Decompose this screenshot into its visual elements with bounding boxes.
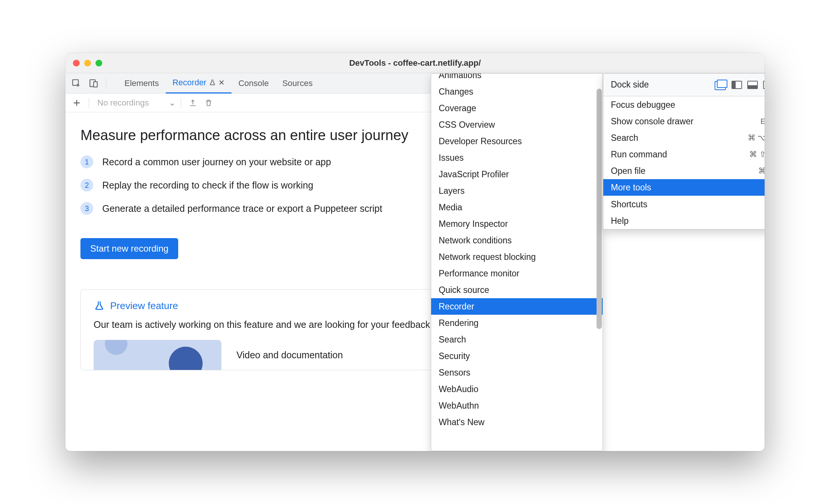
tab-label: Recorder xyxy=(173,78,206,88)
delete-icon[interactable] xyxy=(202,97,215,109)
new-recording-icon[interactable] xyxy=(70,96,83,110)
window-title: DevTools - coffee-cart.netlify.app/ xyxy=(65,58,765,68)
device-toggle-icon[interactable] xyxy=(86,76,101,91)
start-recording-button[interactable]: Start new recording xyxy=(80,238,178,259)
main-menu-item[interactable]: Help▶ xyxy=(603,213,765,229)
more-tools-item[interactable]: Changes xyxy=(431,83,603,100)
menu-item-label: Run command xyxy=(611,149,667,160)
dock-popout-icon[interactable] xyxy=(717,80,727,88)
more-tools-item[interactable]: Animations xyxy=(431,74,603,83)
close-tab-icon[interactable]: ✕ xyxy=(218,78,225,87)
tab-label: Console xyxy=(238,78,269,88)
more-tools-item[interactable]: Memory Inspector xyxy=(431,216,603,232)
menu-item-shortcut: ⌘ P xyxy=(758,166,765,175)
svg-rect-2 xyxy=(94,81,97,87)
dock-bottom-icon[interactable] xyxy=(747,81,758,89)
main-menu-item[interactable]: Open file⌘ P xyxy=(603,163,765,179)
menu-item-label: Recorder xyxy=(439,302,474,312)
step-text: Generate a detailed performance trace or… xyxy=(102,203,382,214)
step-text: Replay the recording to check if the flo… xyxy=(102,180,313,191)
more-tools-item[interactable]: WebAudio xyxy=(431,381,603,397)
preview-feature-label: Preview feature xyxy=(110,300,178,312)
menu-item-shortcut: Esc xyxy=(760,117,765,126)
tab-label: Elements xyxy=(124,78,159,88)
step-number-badge: 1 xyxy=(80,155,93,168)
main-menu-item[interactable]: Shortcuts xyxy=(603,196,765,213)
menu-item-label: WebAuthn xyxy=(439,401,479,411)
menu-item-label: JavaScript Profiler xyxy=(439,169,509,180)
more-tools-item[interactable]: Quick source xyxy=(431,282,603,298)
more-tools-item[interactable]: Rendering xyxy=(431,315,603,331)
inspect-element-icon[interactable] xyxy=(69,76,83,91)
minimize-window-button[interactable] xyxy=(84,60,91,66)
zoom-window-button[interactable] xyxy=(95,60,102,66)
recordings-placeholder: No recordings xyxy=(97,98,149,107)
more-tools-item[interactable]: Recorder xyxy=(431,298,603,315)
more-tools-item[interactable]: Performance monitor xyxy=(431,265,603,282)
recordings-dropdown[interactable]: No recordings xyxy=(94,98,166,108)
more-tools-item[interactable]: Security xyxy=(431,348,603,364)
menu-item-label: Network request blocking xyxy=(439,252,536,262)
dock-left-icon[interactable] xyxy=(732,81,742,89)
tab-label: Sources xyxy=(282,78,313,88)
experiment-flask-icon xyxy=(209,79,216,86)
menu-item-shortcut: ⌘ ⌥ F xyxy=(748,133,765,142)
menu-item-label: Developer Resources xyxy=(439,136,522,146)
menu-item-label: More tools xyxy=(611,183,651,193)
more-tools-item[interactable]: Network request blocking xyxy=(431,249,603,265)
more-tools-item[interactable]: JavaScript Profiler xyxy=(431,166,603,183)
step-number-badge: 3 xyxy=(80,202,93,215)
panel-tabs: Elements Recorder ✕ Console Sources xyxy=(118,73,320,94)
menu-item-label: Changes xyxy=(439,87,473,97)
video-doc-label: Video and documentation xyxy=(236,350,343,361)
more-tools-item[interactable]: CSS Overview xyxy=(431,116,603,133)
menu-item-label: Network conditions xyxy=(439,235,512,246)
menu-item-label: Coverage xyxy=(439,103,476,113)
divider xyxy=(106,78,106,89)
menu-item-label: Sensors xyxy=(439,368,470,378)
more-tools-item[interactable]: Layers xyxy=(431,183,603,199)
menu-item-label: Performance monitor xyxy=(439,269,520,279)
dock-right-icon[interactable] xyxy=(763,81,765,89)
more-tools-item[interactable]: Media xyxy=(431,199,603,216)
main-menu-item[interactable]: Show console drawerEsc xyxy=(603,113,765,130)
flask-icon xyxy=(94,300,105,312)
export-icon[interactable] xyxy=(186,97,199,109)
menu-item-shortcut: ⌘ ⇧ P xyxy=(749,150,765,159)
more-tools-item[interactable]: Sensors xyxy=(431,364,603,381)
dock-side-row: Dock side xyxy=(603,74,765,96)
menu-item-label: Media xyxy=(439,202,462,213)
submenu-scrollbar[interactable] xyxy=(597,89,602,329)
more-tools-item[interactable]: Coverage xyxy=(431,100,603,116)
more-tools-submenu: AnimationsChangesCoverageCSS OverviewDev… xyxy=(431,73,603,451)
menu-item-label: What's New xyxy=(439,417,485,427)
more-tools-item[interactable]: What's New xyxy=(431,414,603,430)
menu-item-label: Animations xyxy=(439,74,482,80)
close-window-button[interactable] xyxy=(73,60,80,66)
main-menu-item[interactable]: Search⌘ ⌥ F xyxy=(603,130,765,146)
step-number-badge: 2 xyxy=(80,179,93,192)
tab-console[interactable]: Console xyxy=(232,73,276,94)
devtools-window: DevTools - coffee-cart.netlify.app/ Elem… xyxy=(65,53,765,451)
tab-recorder[interactable]: Recorder ✕ xyxy=(166,73,232,94)
tab-elements[interactable]: Elements xyxy=(118,73,166,94)
main-menu-item[interactable]: Focus debuggee xyxy=(603,97,765,113)
menu-item-label: Rendering xyxy=(439,318,479,328)
divider xyxy=(181,98,181,108)
tab-sources[interactable]: Sources xyxy=(276,73,320,94)
devtools-main-menu: Dock side Focus debuggeeShow console dra… xyxy=(603,73,765,229)
more-tools-item[interactable]: Search xyxy=(431,331,603,348)
menu-item-label: Search xyxy=(611,133,638,143)
chevron-down-icon[interactable]: ⌄ xyxy=(169,98,176,108)
main-menu-item[interactable]: Run command⌘ ⇧ P xyxy=(603,146,765,163)
menu-item-label: WebAudio xyxy=(439,384,479,394)
more-tools-item[interactable]: WebAuthn xyxy=(431,397,603,414)
menu-item-label: Show console drawer xyxy=(611,116,694,127)
main-menu-item[interactable]: More tools▶ xyxy=(603,179,765,196)
more-tools-item[interactable]: Developer Resources xyxy=(431,133,603,149)
video-thumbnail[interactable] xyxy=(94,340,221,370)
more-tools-item[interactable]: Network conditions xyxy=(431,232,603,249)
window-titlebar: DevTools - coffee-cart.netlify.app/ xyxy=(65,53,765,73)
menu-item-label: Quick source xyxy=(439,285,489,295)
more-tools-item[interactable]: Issues xyxy=(431,149,603,166)
